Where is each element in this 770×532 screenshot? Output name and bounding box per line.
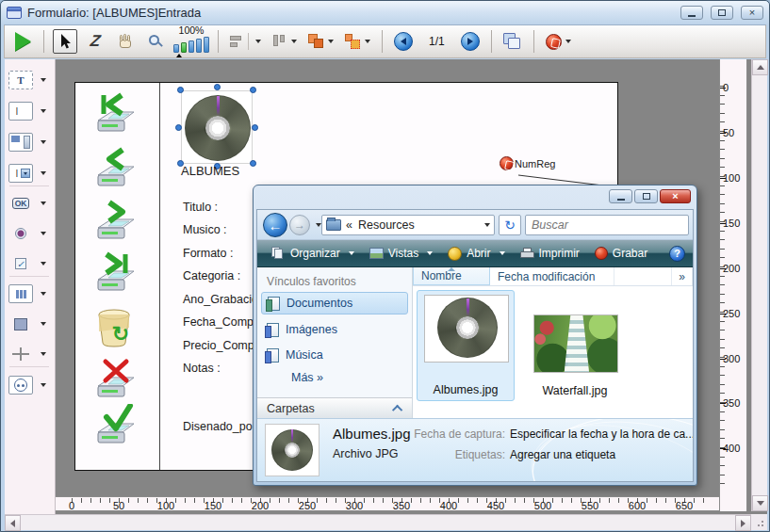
chevron-down-icon[interactable] [255,40,261,43]
splitter-tool[interactable] [8,342,52,366]
tab-order-button[interactable]: Z [83,29,107,54]
commandgroup-tool[interactable] [8,282,52,306]
refresh-button[interactable]: ↻ [499,215,521,235]
file-tile-albumes[interactable]: Albumes.jpg [417,290,515,401]
chevron-down-icon[interactable] [41,202,46,205]
chevron-down-icon[interactable] [41,322,46,326]
zoom-bar-icon[interactable] [188,40,194,53]
back-button[interactable]: ← [263,213,287,237]
chevron-down-icon[interactable] [41,383,46,387]
chevron-down-icon[interactable] [500,251,505,255]
views-button[interactable]: Vistas [363,244,439,263]
chevron-down-icon[interactable] [365,40,370,43]
chevron-down-icon[interactable] [41,352,46,356]
forms-button[interactable] [500,29,525,54]
capture-date-value[interactable]: Especificar la fecha y la hora de ca... [510,427,693,441]
open-button[interactable]: Abrir [441,244,511,264]
explorer-window[interactable]: × ← → « Resources ↻ [253,185,697,486]
selection-handle[interactable] [250,160,256,167]
scroll-right-button[interactable] [735,515,751,531]
align-vertical-button[interactable] [270,29,300,54]
delete-record-button[interactable] [90,358,138,403]
organize-button[interactable]: Organizar [265,244,361,263]
close-button[interactable]: × [741,6,763,20]
chevron-down-icon[interactable] [349,251,354,255]
first-record-button[interactable] [90,92,138,137]
save-record-button[interactable] [90,404,138,449]
zoom-button[interactable] [143,29,168,54]
chevron-down-icon[interactable] [41,232,46,235]
scroll-left-button[interactable] [5,515,21,531]
chevron-down-icon[interactable] [41,140,46,144]
chevron-down-icon[interactable] [565,40,571,43]
sidebar-item-documentos[interactable]: Documentos [261,292,408,314]
chevron-down-icon[interactable] [41,292,46,296]
zoom-bar-icon[interactable] [204,37,209,53]
zoom-bar-icon[interactable] [196,39,202,53]
search-input[interactable] [532,218,682,232]
scroll-up-button[interactable] [752,59,768,75]
recycle-button[interactable]: ↻ [90,305,138,350]
chevron-down-icon[interactable] [41,109,46,113]
selection-handle[interactable] [175,124,182,131]
selection-handle[interactable] [177,87,184,93]
pan-button[interactable] [113,29,138,54]
label-tool[interactable]: T [8,68,52,92]
optionbutton-tool[interactable] [8,221,52,246]
explorer-close-button[interactable]: × [660,189,691,203]
address-folder[interactable]: Resources [358,218,415,232]
numreg-control[interactable]: NumReg [500,156,555,170]
explorer-minimize-button[interactable] [609,189,632,203]
explorer-maximize-button[interactable] [634,189,658,203]
search-box[interactable] [525,215,689,235]
selection-handle[interactable] [214,84,221,90]
chevron-down-icon[interactable] [427,251,433,255]
horizontal-scrollbar[interactable] [5,514,751,530]
bring-to-front-button[interactable] [305,29,336,54]
burn-button[interactable]: Grabar [588,244,654,263]
textbox-tool[interactable]: I [8,99,52,123]
chevron-down-icon[interactable] [41,171,46,175]
tags-value[interactable]: Agregar una etiqueta [510,448,615,461]
zoom-level-widget[interactable]: 100% [173,25,209,57]
foxpro-button[interactable] [543,29,574,54]
previous-record-button[interactable] [90,147,138,192]
address-dropdown-icon[interactable] [484,223,490,227]
sidebar-more-link[interactable]: Más » [291,371,323,384]
previous-page-button[interactable] [391,29,416,54]
next-page-button[interactable] [458,29,483,54]
forward-button[interactable]: → [289,215,310,235]
minimize-button[interactable] [680,6,703,20]
last-record-button[interactable] [90,251,138,297]
file-list-pane[interactable]: Nombre Fecha modificación » Albumes.jpg [413,267,693,418]
commandbutton-tool[interactable]: OK [8,191,52,216]
next-record-button[interactable] [90,200,138,245]
run-form-button[interactable] [10,29,35,54]
folders-band[interactable]: Carpetas [257,397,412,418]
explorer-titlebar[interactable]: × [254,185,696,209]
print-button[interactable]: Imprimir [514,244,586,263]
selection-handle[interactable] [250,87,256,93]
address-bar[interactable]: « Resources [321,215,495,235]
selection-handle[interactable] [252,124,258,131]
shape-tool[interactable] [8,312,52,336]
resize-grip[interactable] [751,514,767,530]
address-chevrons[interactable]: « [346,218,352,232]
chevron-down-icon[interactable] [328,40,334,43]
checkbox-tool[interactable]: ✓ [8,251,52,276]
maximize-button[interactable] [711,6,733,20]
column-header-fecha[interactable]: Fecha modificación [490,267,614,285]
column-header-filler[interactable] [614,267,672,285]
scroll-down-button[interactable] [752,495,768,511]
vertical-scrollbar[interactable] [751,59,767,511]
file-tile-waterfall[interactable]: Waterfall.jpg [526,290,624,401]
align-horizontal-button[interactable] [227,29,264,54]
container-tool[interactable] [8,373,52,397]
send-to-back-button[interactable] [342,29,373,54]
sidebar-item-musica[interactable]: Música [261,344,408,366]
chevron-down-icon[interactable] [291,40,297,43]
combobox-tool[interactable]: I [8,161,52,185]
select-pointer-button[interactable] [53,29,77,54]
zoom-bar-current-icon[interactable] [181,42,187,53]
chevron-down-icon[interactable] [41,262,46,266]
